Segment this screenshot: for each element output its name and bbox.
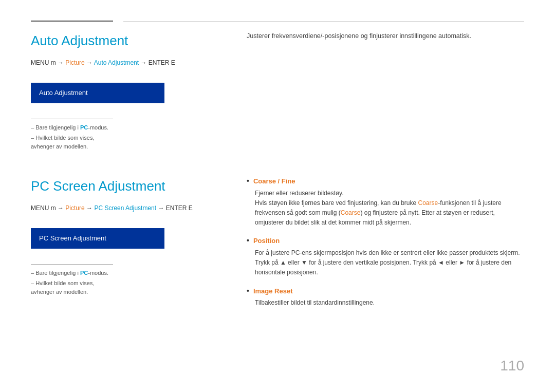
reset-body1: Tilbakestiller bildet til standardinnsti… [255,298,524,308]
section-pc-screen-adjustment: PC Screen Adjustment MENU m → Picture → … [31,176,524,316]
section2-menu-path: MENU m → Picture → PC Screen Adjustment … [31,203,226,213]
bullet-position-label: Position [253,236,280,246]
bullet-dot1: • [247,176,249,186]
bullet-reset-label: Image Reset [253,286,293,296]
section1-right: Justerer frekvensverdiene/-posisjonene o… [247,31,524,156]
section-divider [31,21,524,22]
menu2-arrow1: → [86,204,94,212]
section1-menu-path: MENU m → Picture → Auto Adjustment → ENT… [31,58,226,67]
section2-right: • Coarse / Fine Fjerner eller reduserer … [247,176,524,316]
menu-orange: Picture [65,59,84,66]
position-body2: Trykk på ▲ eller ▼ for å justere den ver… [255,258,524,277]
ui-box-label: Auto Adjustment [39,89,88,97]
section1-description: Justerer frekvensverdiene/-posisjonene o… [247,31,524,41]
bullet-reset-header: • Image Reset [247,286,524,296]
divider-right [123,21,524,22]
section1-left: Auto Adjustment MENU m → Picture → Auto … [31,31,226,156]
bullet-coarse-label: Coarse / Fine [253,176,295,186]
note2: – Hvilket bilde som vises, avhenger av m… [31,134,113,151]
section1-ui-box: Auto Adjustment [31,83,164,103]
menu-arrow1: → [86,59,94,66]
bullet-position-header: • Position [247,236,524,246]
bullet-dot3: • [247,286,249,296]
bullet-position-body: For å justere PC-ens skjermposisjon hvis… [255,248,524,278]
note1: – Bare tilgjengelig i PC-modus. [31,123,113,132]
divider-left [31,21,113,22]
pc-highlight: PC [80,124,88,130]
section1-notes: – Bare tilgjengelig i PC-modus. – Hvilke… [31,119,113,151]
section2-notes: – Bare tilgjengelig i PC-modus. – Hvilke… [31,264,113,296]
coarse-orange2: Coarse [341,209,361,216]
section2-left: PC Screen Adjustment MENU m → Picture → … [31,176,226,316]
section2-title: PC Screen Adjustment [31,176,226,196]
coarse-orange1: Coarse [418,199,438,207]
menu2-blue: PC Screen Adjustment [94,204,156,212]
section2-ui-box: PC Screen Adjustment [31,228,164,249]
section1-title: Auto Adjustment [31,31,226,51]
menu-suffix: → ENTER E [140,59,175,66]
section-auto-adjustment: Auto Adjustment MENU m → Picture → Auto … [31,21,524,156]
menu-blue: Auto Adjustment [94,59,139,66]
bullet-coarse-header: • Coarse / Fine [247,176,524,186]
bullet-reset-body: Tilbakestiller bildet til standardinnsti… [255,298,524,308]
coarse-body2: Hvis støyen ikke fjernes bare ved finjus… [255,198,524,228]
note3: – Bare tilgjengelig i PC-modus. [31,269,113,277]
menu-prefix: MENU m → [31,59,64,66]
ui-box2-label: PC Screen Adjustment [39,234,106,242]
bullet-dot2: • [247,236,249,246]
position-body1: For å justere PC-ens skjermposisjon hvis… [255,248,524,258]
bullet-position: • Position For å justere PC-ens skjermpo… [247,236,524,277]
menu2-prefix: MENU m → [31,204,64,212]
pc-highlight2: PC [80,270,88,276]
page-number: 110 [500,355,524,377]
bullet-image-reset: • Image Reset Tilbakestiller bildet til … [247,286,524,308]
coarse-body1: Fjerner eller reduserer bildestøy. [255,189,524,198]
menu2-orange: Picture [65,204,84,212]
bullet-coarse-fine: • Coarse / Fine Fjerner eller reduserer … [247,176,524,228]
bullet-coarse-body: Fjerner eller reduserer bildestøy. Hvis … [255,189,524,228]
menu2-suffix: → ENTER E [158,204,192,212]
note4: – Hvilket bilde som vises, avhenger av m… [31,279,113,296]
